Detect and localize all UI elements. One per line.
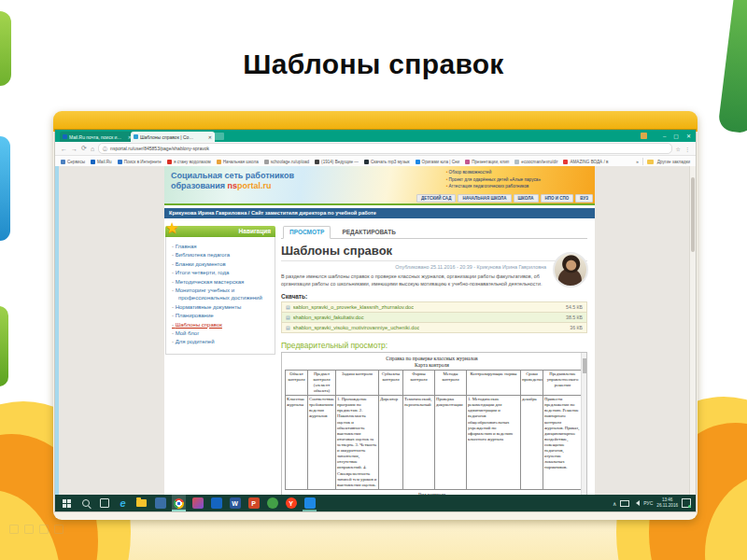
- section-tab-nachalnaya-shkola[interactable]: НАЧАЛЬНАЯ ШКОЛА: [458, 194, 511, 203]
- bookmark-label: я стану водолазом: [174, 160, 211, 164]
- author-avatar[interactable]: [553, 252, 588, 287]
- windows-taskbar: e W P Y ∧ РУС 13:46 26.11.: [55, 495, 696, 511]
- sidebar-item-monitoring[interactable]: Мониторинг учебных и профессиональных до…: [172, 287, 272, 302]
- section-tab-npo-spo[interactable]: НПО И СПО: [541, 194, 574, 203]
- sidebar-item-glavnaya[interactable]: Главная: [172, 243, 272, 250]
- bookmark-item[interactable]: Оригами юла | Сни: [416, 160, 460, 164]
- bookmark-item[interactable]: ecoocman/texru/dir: [514, 160, 557, 164]
- taskbar-app-media[interactable]: [265, 495, 279, 511]
- bookmark-item[interactable]: AMAZING ВОДА / в: [563, 160, 608, 164]
- sidebar-item-planirovanie[interactable]: Планирование: [172, 312, 272, 319]
- taskbar-app-yandex[interactable]: Y: [284, 495, 298, 511]
- nav-title: Навигация: [239, 228, 271, 234]
- tab-view[interactable]: ПРОСМОТР: [283, 226, 331, 239]
- back-icon[interactable]: ←: [61, 146, 67, 152]
- taskbar-app-store[interactable]: [153, 495, 167, 511]
- document-preview: Справка по проверке классных журналов Ка…: [281, 352, 587, 495]
- sidebar-item-dlya-roditeley[interactable]: Для родителей: [172, 338, 272, 345]
- browser-tab-shablony-spravok[interactable]: Шаблоны справок | Со… ✕: [131, 132, 215, 142]
- volume-icon[interactable]: [633, 500, 640, 506]
- task-view-button[interactable]: [97, 495, 111, 511]
- sidebar-item-normativnye[interactable]: Нормативные документы: [172, 303, 272, 311]
- taskbar-clock[interactable]: 13:46 26.11.2016: [656, 497, 678, 508]
- bookmarks-overflow-icon[interactable]: »: [636, 160, 639, 164]
- forward-icon[interactable]: →: [71, 146, 78, 152]
- banner-divider: [164, 203, 595, 205]
- close-button[interactable]: ✕: [686, 133, 691, 139]
- promo-link[interactable]: Аттестация педагогических работников: [446, 183, 541, 190]
- bookmark-item[interactable]: schoolage.ru/upload: [264, 160, 309, 164]
- section-tab-vuz[interactable]: ВУЗ: [575, 194, 593, 203]
- page-info-icon[interactable]: ⓘ: [103, 146, 107, 151]
- photos-app-icon: [192, 497, 204, 509]
- section-tab-detskiy-sad[interactable]: ДЕТСКИЙ САД: [416, 194, 456, 203]
- taskbar-app-photos[interactable]: [190, 495, 204, 511]
- article-area: ПРОСМОТР РЕДАКТИРОВАТЬ Шаблоны справок О…: [281, 226, 590, 495]
- taskbar-app-powerpoint[interactable]: P: [247, 495, 261, 511]
- bookmark-item[interactable]: (1914) Ведущие —: [315, 160, 359, 164]
- attachment-link[interactable]: shablon_spravki_fakultativ.doc: [293, 315, 364, 320]
- taskbar-app-film[interactable]: [209, 495, 223, 511]
- taskbar-app-chrome[interactable]: [172, 495, 186, 511]
- yandex-icon: Y: [286, 497, 297, 509]
- page-scrollbar[interactable]: [689, 166, 696, 495]
- tray-expand-icon[interactable]: ∧: [613, 500, 616, 507]
- reload-icon[interactable]: ⟳: [81, 145, 87, 152]
- page-scroll-thumb[interactable]: [691, 177, 695, 252]
- attachment-row: ▤ shablon_spravki_visoko_motivirovanniye…: [281, 323, 587, 333]
- browser-tab-mailru[interactable]: Mail.Ru почта, поиск и… ✕: [60, 132, 134, 142]
- extension-icon[interactable]: [641, 133, 647, 139]
- sidebar-item-blanki[interactable]: Бланки документов: [172, 260, 272, 268]
- new-tab-button[interactable]: [213, 133, 224, 140]
- browser-menu-icon[interactable]: ⋮: [684, 146, 690, 152]
- attachments-list: ▤ sablon_spravki_o_proverke_klassnih_zhu…: [281, 301, 587, 333]
- tab-edit[interactable]: РЕДАКТИРОВАТЬ: [336, 227, 401, 238]
- taskbar-app-explorer[interactable]: [134, 495, 148, 511]
- notification-center-icon[interactable]: [682, 498, 691, 508]
- preview-scroll-thumb[interactable]: [583, 358, 586, 373]
- tab-close-icon[interactable]: ✕: [208, 134, 212, 140]
- bookmark-item[interactable]: Mail.Ru: [91, 160, 112, 164]
- system-tray: ∧ РУС 13:46 26.11.2016: [613, 497, 691, 508]
- minimize-button[interactable]: –: [663, 133, 666, 139]
- bookmark-item[interactable]: Презентации, клип: [465, 160, 509, 164]
- attachment-link[interactable]: sablon_spravki_o_proverke_klassnih_zhurn…: [293, 304, 414, 310]
- sidebar-item-shablony-spravok[interactable]: Шаблоны справок: [172, 321, 272, 329]
- user-site-bar: Крикунова Ирина Гавриловна / Сайт замест…: [164, 208, 595, 218]
- sidebar-item-itogi[interactable]: Итоги четверти, года: [172, 269, 272, 276]
- table-cell: Соответствие требованиям ведения журнало…: [308, 396, 336, 490]
- download-label: Скачать:: [281, 293, 587, 300]
- home-icon[interactable]: ⌂: [91, 146, 94, 152]
- store-icon: [155, 497, 166, 509]
- sidebar-item-biblioteka[interactable]: Библиотека педагога: [172, 251, 272, 259]
- document-icon: ▤: [286, 315, 290, 320]
- taskbar-app-word[interactable]: W: [228, 495, 242, 511]
- sidebar-item-masterskaya[interactable]: Методическая мастерская: [172, 278, 272, 286]
- attachment-link[interactable]: shablon_spravki_visoko_motivirovanniye_u…: [293, 325, 420, 330]
- bookmark-item[interactable]: Сервисы: [61, 160, 85, 164]
- bookmark-label: schoolage.ru/upload: [271, 160, 309, 164]
- sidebar-item-moy-blog[interactable]: Мой блог: [172, 329, 272, 337]
- folder-icon: [647, 160, 654, 164]
- promo-link[interactable]: Проект для одарённых детей «Алые паруса»: [446, 176, 541, 184]
- promo-link[interactable]: Обзор возможностей: [446, 169, 541, 176]
- section-tab-shkola[interactable]: ШКОЛА: [514, 194, 539, 203]
- site-logo[interactable]: Социальная сеть работников образования n…: [171, 171, 294, 192]
- bookmark-item[interactable]: Поиск в Интернете: [118, 160, 162, 164]
- bookmark-star-icon[interactable]: ☆: [676, 146, 681, 152]
- table-cell: Тематический, персональный: [403, 396, 435, 490]
- language-indicator[interactable]: РУС: [643, 500, 653, 506]
- preview-doc-title: Справка по проверке классных журналов: [285, 356, 579, 362]
- network-icon[interactable]: [620, 500, 629, 507]
- preview-scrollbar[interactable]: [581, 353, 586, 495]
- bookmark-item[interactable]: я стану водолазом: [167, 160, 211, 164]
- address-bar[interactable]: ⓘ nsportal.ru/user/845853/page/shablony-…: [98, 143, 672, 154]
- start-button[interactable]: [60, 495, 74, 511]
- bookmark-item[interactable]: Скачать mp3 музык: [364, 160, 410, 164]
- other-bookmarks-button[interactable]: Другие закладки: [657, 160, 690, 164]
- taskbar-app-edge[interactable]: e: [116, 495, 130, 511]
- bookmark-item[interactable]: Начальная школа: [217, 160, 259, 164]
- taskbar-search-button[interactable]: [78, 495, 92, 511]
- taskbar-app-tv[interactable]: [303, 495, 317, 511]
- maximize-button[interactable]: ▢: [673, 133, 679, 139]
